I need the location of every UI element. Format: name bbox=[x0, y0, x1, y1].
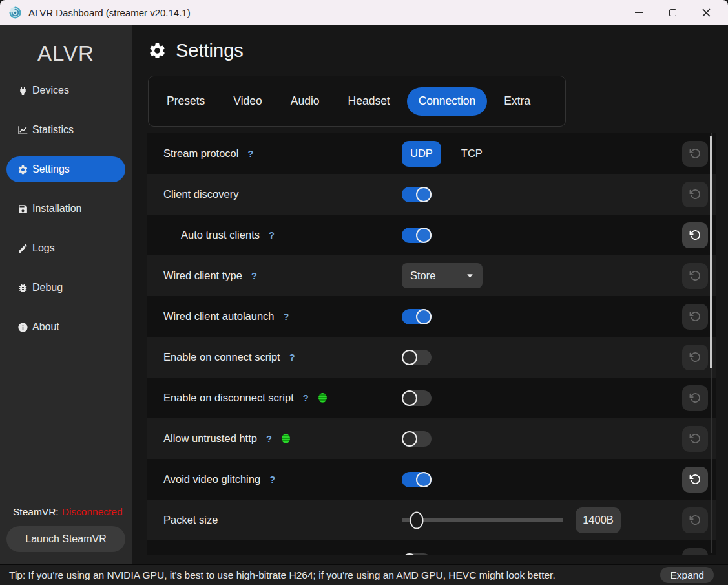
window-controls bbox=[622, 0, 723, 25]
sidebar-item-installation[interactable]: Installation bbox=[6, 196, 125, 222]
option-tcp[interactable]: TCP bbox=[453, 141, 491, 167]
reset-button[interactable] bbox=[682, 304, 708, 330]
reset-button[interactable] bbox=[682, 263, 708, 289]
reset-icon bbox=[689, 270, 702, 282]
devices-icon bbox=[17, 85, 28, 96]
launch-steamvr-button[interactable]: Launch SteamVR bbox=[6, 526, 125, 552]
setting-control bbox=[402, 296, 432, 337]
tab-video[interactable]: Video bbox=[222, 87, 273, 116]
setting-control bbox=[402, 418, 432, 459]
dropdown-value: Store bbox=[410, 270, 435, 282]
alvr-logo-icon bbox=[8, 6, 22, 19]
sidebar-item-label: Statistics bbox=[32, 124, 74, 136]
toggle-knob bbox=[416, 228, 432, 243]
setting-control bbox=[402, 459, 432, 500]
reset-button[interactable] bbox=[682, 141, 708, 167]
tab-extra[interactable]: Extra bbox=[492, 87, 542, 116]
reset-button[interactable] bbox=[682, 507, 708, 533]
reset-icon bbox=[689, 147, 702, 160]
steamvr-status-badge: Disconnected bbox=[62, 506, 123, 517]
setting-control bbox=[402, 215, 432, 255]
toggle-allow-untrusted-http[interactable] bbox=[402, 431, 432, 447]
toggle-knob bbox=[416, 309, 432, 324]
toggle-wired-client-autolaunch[interactable] bbox=[402, 309, 432, 324]
toggle-avoid-video-glitching[interactable] bbox=[402, 472, 432, 487]
main-content: Settings PresetsVideoAudioHeadsetConnect… bbox=[132, 25, 728, 564]
sidebar-item-about[interactable]: About bbox=[6, 314, 125, 340]
scrollbar-thumb[interactable] bbox=[710, 136, 712, 368]
logs-icon bbox=[17, 243, 28, 254]
tab-headset[interactable]: Headset bbox=[337, 87, 402, 116]
tab-presets[interactable]: Presets bbox=[155, 87, 216, 116]
reset-icon bbox=[689, 473, 702, 485]
minimize-button[interactable] bbox=[622, 0, 656, 25]
help-icon[interactable]: ? bbox=[284, 312, 289, 322]
reset-button[interactable] bbox=[682, 467, 708, 493]
debug-icon bbox=[17, 282, 28, 293]
expand-button[interactable]: Expand bbox=[660, 567, 714, 583]
setting-control: Store bbox=[402, 255, 483, 296]
toggle-enable-on-connect-script[interactable] bbox=[402, 350, 432, 365]
tab-connection[interactable]: Connection bbox=[407, 87, 488, 116]
sidebar-item-label: Logs bbox=[32, 242, 55, 254]
help-icon[interactable]: ? bbox=[266, 434, 272, 444]
toggle-enable-on-disconnect-script[interactable] bbox=[402, 390, 432, 406]
toggle-auto-trust-clients[interactable] bbox=[402, 228, 432, 243]
setting-row-packet-size: Packet size1400B bbox=[147, 500, 716, 540]
toggle-knob bbox=[416, 472, 432, 487]
dropdown-wired-client-type[interactable]: Store bbox=[402, 263, 483, 288]
sidebar-item-devices[interactable]: Devices bbox=[6, 78, 125, 103]
reset-icon bbox=[689, 392, 702, 404]
reset-button[interactable] bbox=[682, 548, 708, 555]
maximize-button[interactable] bbox=[656, 0, 689, 25]
setting-row-wired-client-type: Wired client type?Store bbox=[147, 255, 716, 296]
tip-text: Tip: If you're using an NVIDIA GPU, it's… bbox=[9, 569, 556, 581]
page-title: Settings bbox=[176, 40, 244, 61]
slider-handle[interactable] bbox=[410, 511, 423, 529]
sidebar-nav: DevicesStatisticsSettingsInstallationLog… bbox=[0, 78, 132, 340]
sidebar-item-debug[interactable]: Debug bbox=[6, 275, 125, 301]
toggle-knob bbox=[416, 187, 432, 202]
maximize-icon bbox=[669, 9, 676, 16]
sidebar-item-logs[interactable]: Logs bbox=[6, 235, 125, 261]
sidebar-item-settings[interactable]: Settings bbox=[6, 156, 125, 182]
setting-row-auto-trust-clients: Auto trust clients? bbox=[147, 215, 716, 255]
setting-label: Allow untrusted http bbox=[163, 432, 257, 445]
setting-row-enable-on-disconnect-script: Enable on disconnect script? bbox=[147, 378, 716, 418]
setting-label: Client discovery bbox=[163, 188, 238, 200]
reset-button[interactable] bbox=[682, 385, 708, 411]
help-icon[interactable]: ? bbox=[269, 230, 275, 240]
setting-label: Wired client autolaunch bbox=[163, 310, 275, 323]
option-udp[interactable]: UDP bbox=[402, 141, 441, 167]
reset-button[interactable] bbox=[682, 222, 708, 248]
sidebar-item-statistics[interactable]: Statistics bbox=[6, 117, 125, 143]
toggle-partial[interactable] bbox=[402, 553, 432, 555]
setting-control: UDPTCP bbox=[402, 133, 491, 174]
toggle-client-discovery[interactable] bbox=[402, 187, 432, 202]
reset-icon bbox=[689, 229, 702, 241]
help-icon[interactable]: ? bbox=[269, 474, 275, 485]
setting-control bbox=[402, 500, 563, 540]
slider-packet-size[interactable] bbox=[402, 518, 563, 522]
installation-icon bbox=[17, 204, 28, 215]
help-icon[interactable]: ? bbox=[247, 149, 253, 159]
sidebar: ALVR DevicesStatisticsSettingsInstallati… bbox=[0, 25, 132, 564]
help-icon[interactable]: ? bbox=[251, 271, 257, 281]
reset-button[interactable] bbox=[682, 345, 708, 370]
reset-button[interactable] bbox=[682, 182, 708, 207]
close-icon bbox=[702, 8, 711, 17]
reset-icon bbox=[689, 432, 702, 445]
tab-audio[interactable]: Audio bbox=[279, 87, 331, 116]
sidebar-item-label: Debug bbox=[32, 282, 63, 293]
value-button[interactable]: 1400B bbox=[576, 507, 621, 533]
setting-label: Enable on connect script bbox=[163, 351, 280, 363]
help-icon[interactable]: ? bbox=[303, 393, 309, 403]
help-icon[interactable]: ? bbox=[289, 352, 295, 363]
close-button[interactable] bbox=[689, 0, 723, 25]
setting-control bbox=[402, 540, 432, 555]
setting-label: Enable on disconnect script bbox=[163, 392, 294, 404]
reset-button[interactable] bbox=[682, 426, 708, 452]
setting-row-allow-untrusted-http: Allow untrusted http? bbox=[147, 418, 716, 459]
realtime-indicator-icon bbox=[282, 434, 290, 443]
setting-label: Avoid video glitching bbox=[163, 473, 260, 485]
